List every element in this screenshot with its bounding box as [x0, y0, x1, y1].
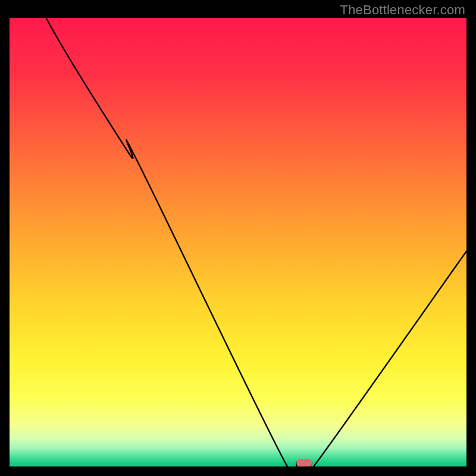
chart-background-gradient — [10, 18, 466, 466]
chart-frame — [10, 18, 466, 466]
bottleneck-chart — [10, 18, 466, 466]
optimal-point-marker — [296, 459, 312, 466]
attribution-label: TheBottlenecker.com — [340, 2, 465, 18]
